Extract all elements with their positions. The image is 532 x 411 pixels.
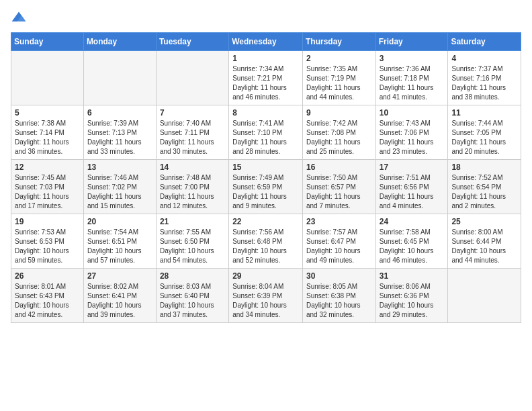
day-number: 18 bbox=[451, 163, 517, 172]
cell-content: Sunrise: 8:05 AM Sunset: 6:38 PM Dayligh… bbox=[306, 282, 372, 320]
cell-content: Sunrise: 7:56 AM Sunset: 6:48 PM Dayligh… bbox=[232, 228, 299, 265]
cell-content: Sunrise: 7:42 AM Sunset: 7:08 PM Dayligh… bbox=[306, 119, 372, 156]
cell-content: Sunrise: 7:41 AM Sunset: 7:10 PM Dayligh… bbox=[232, 119, 299, 156]
cell-content: Sunrise: 7:50 AM Sunset: 6:57 PM Dayligh… bbox=[306, 173, 372, 211]
cell-content: Sunrise: 7:39 AM Sunset: 7:13 PM Dayligh… bbox=[87, 119, 152, 156]
cell-content: Sunrise: 7:37 AM Sunset: 7:16 PM Dayligh… bbox=[451, 64, 517, 102]
calendar-cell: 31Sunrise: 8:06 AM Sunset: 6:36 PM Dayli… bbox=[375, 269, 448, 323]
cell-content: Sunrise: 8:04 AM Sunset: 6:39 PM Dayligh… bbox=[232, 282, 299, 320]
calendar-day-header: Saturday bbox=[448, 33, 521, 51]
cell-content: Sunrise: 7:52 AM Sunset: 6:54 PM Dayligh… bbox=[451, 173, 517, 211]
calendar-cell: 19Sunrise: 7:53 AM Sunset: 6:53 PM Dayli… bbox=[11, 214, 84, 269]
day-number: 5 bbox=[15, 108, 80, 118]
calendar-cell: 14Sunrise: 7:48 AM Sunset: 7:00 PM Dayli… bbox=[156, 160, 228, 214]
calendar-cell: 25Sunrise: 8:00 AM Sunset: 6:44 PM Dayli… bbox=[448, 214, 521, 269]
day-number: 17 bbox=[380, 163, 445, 172]
calendar-table: SundayMondayTuesdayWednesdayThursdayFrid… bbox=[11, 32, 521, 323]
calendar-cell: 26Sunrise: 8:01 AM Sunset: 6:43 PM Dayli… bbox=[11, 269, 84, 323]
calendar-cell: 17Sunrise: 7:51 AM Sunset: 6:56 PM Dayli… bbox=[375, 160, 448, 214]
calendar-cell: 12Sunrise: 7:45 AM Sunset: 7:03 PM Dayli… bbox=[11, 160, 84, 214]
cell-content: Sunrise: 7:51 AM Sunset: 6:56 PM Dayligh… bbox=[380, 173, 445, 211]
calendar-cell bbox=[156, 51, 228, 105]
calendar-day-header: Thursday bbox=[302, 33, 375, 51]
cell-content: Sunrise: 8:02 AM Sunset: 6:41 PM Dayligh… bbox=[87, 282, 152, 320]
calendar-cell: 28Sunrise: 8:03 AM Sunset: 6:40 PM Dayli… bbox=[156, 269, 228, 323]
cell-content: Sunrise: 7:44 AM Sunset: 7:05 PM Dayligh… bbox=[451, 119, 517, 156]
day-number: 21 bbox=[160, 217, 225, 226]
cell-content: Sunrise: 7:35 AM Sunset: 7:19 PM Dayligh… bbox=[306, 64, 372, 102]
calendar-week-row: 5Sunrise: 7:38 AM Sunset: 7:14 PM Daylig… bbox=[11, 105, 521, 160]
day-number: 16 bbox=[306, 163, 372, 172]
cell-content: Sunrise: 7:57 AM Sunset: 6:47 PM Dayligh… bbox=[306, 228, 372, 265]
day-number: 26 bbox=[15, 271, 80, 281]
calendar-cell: 21Sunrise: 7:55 AM Sunset: 6:50 PM Dayli… bbox=[156, 214, 228, 269]
calendar-cell: 16Sunrise: 7:50 AM Sunset: 6:57 PM Dayli… bbox=[302, 160, 375, 214]
day-number: 25 bbox=[451, 217, 517, 226]
logo bbox=[11, 11, 28, 24]
day-number: 2 bbox=[306, 54, 372, 63]
cell-content: Sunrise: 8:03 AM Sunset: 6:40 PM Dayligh… bbox=[160, 282, 225, 320]
cell-content: Sunrise: 7:49 AM Sunset: 6:59 PM Dayligh… bbox=[232, 173, 299, 211]
day-number: 28 bbox=[160, 271, 225, 281]
day-number: 13 bbox=[87, 163, 152, 172]
day-number: 22 bbox=[232, 217, 299, 226]
calendar-cell: 7Sunrise: 7:40 AM Sunset: 7:11 PM Daylig… bbox=[156, 105, 228, 160]
cell-content: Sunrise: 7:34 AM Sunset: 7:21 PM Dayligh… bbox=[232, 64, 299, 102]
calendar-week-row: 19Sunrise: 7:53 AM Sunset: 6:53 PM Dayli… bbox=[11, 214, 521, 269]
day-number: 31 bbox=[380, 271, 445, 281]
cell-content: Sunrise: 7:46 AM Sunset: 7:02 PM Dayligh… bbox=[87, 173, 152, 211]
calendar-week-row: 26Sunrise: 8:01 AM Sunset: 6:43 PM Dayli… bbox=[11, 269, 521, 323]
calendar-cell: 2Sunrise: 7:35 AM Sunset: 7:19 PM Daylig… bbox=[302, 51, 375, 105]
calendar-cell bbox=[83, 51, 156, 105]
cell-content: Sunrise: 7:53 AM Sunset: 6:53 PM Dayligh… bbox=[15, 228, 80, 265]
day-number: 7 bbox=[160, 108, 225, 118]
day-number: 10 bbox=[380, 108, 445, 118]
calendar-cell bbox=[448, 269, 521, 323]
calendar-cell: 1Sunrise: 7:34 AM Sunset: 7:21 PM Daylig… bbox=[229, 51, 303, 105]
day-number: 27 bbox=[87, 271, 152, 281]
calendar-cell: 20Sunrise: 7:54 AM Sunset: 6:51 PM Dayli… bbox=[83, 214, 156, 269]
day-number: 15 bbox=[232, 163, 299, 172]
calendar-day-header: Tuesday bbox=[156, 33, 228, 51]
day-number: 9 bbox=[306, 108, 372, 118]
calendar-header-row: SundayMondayTuesdayWednesdayThursdayFrid… bbox=[11, 33, 521, 51]
cell-content: Sunrise: 7:58 AM Sunset: 6:45 PM Dayligh… bbox=[380, 228, 445, 265]
calendar-cell: 11Sunrise: 7:44 AM Sunset: 7:05 PM Dayli… bbox=[448, 105, 521, 160]
calendar-cell: 3Sunrise: 7:36 AM Sunset: 7:18 PM Daylig… bbox=[375, 51, 448, 105]
cell-content: Sunrise: 7:38 AM Sunset: 7:14 PM Dayligh… bbox=[15, 119, 80, 156]
calendar-cell: 15Sunrise: 7:49 AM Sunset: 6:59 PM Dayli… bbox=[229, 160, 303, 214]
day-number: 19 bbox=[15, 217, 80, 226]
day-number: 30 bbox=[306, 271, 372, 281]
day-number: 8 bbox=[232, 108, 299, 118]
calendar-cell: 23Sunrise: 7:57 AM Sunset: 6:47 PM Dayli… bbox=[302, 214, 375, 269]
day-number: 4 bbox=[451, 54, 517, 63]
calendar-cell: 8Sunrise: 7:41 AM Sunset: 7:10 PM Daylig… bbox=[229, 105, 303, 160]
day-number: 24 bbox=[380, 217, 445, 226]
day-number: 23 bbox=[306, 217, 372, 226]
calendar-cell: 22Sunrise: 7:56 AM Sunset: 6:48 PM Dayli… bbox=[229, 214, 303, 269]
calendar-week-row: 1Sunrise: 7:34 AM Sunset: 7:21 PM Daylig… bbox=[11, 51, 521, 105]
page-header bbox=[11, 11, 521, 24]
day-number: 20 bbox=[87, 217, 152, 226]
calendar-cell: 30Sunrise: 8:05 AM Sunset: 6:38 PM Dayli… bbox=[302, 269, 375, 323]
calendar-cell: 9Sunrise: 7:42 AM Sunset: 7:08 PM Daylig… bbox=[302, 105, 375, 160]
calendar-day-header: Friday bbox=[375, 33, 448, 51]
calendar-cell: 13Sunrise: 7:46 AM Sunset: 7:02 PM Dayli… bbox=[83, 160, 156, 214]
day-number: 3 bbox=[380, 54, 445, 63]
cell-content: Sunrise: 7:43 AM Sunset: 7:06 PM Dayligh… bbox=[380, 119, 445, 156]
calendar-cell: 6Sunrise: 7:39 AM Sunset: 7:13 PM Daylig… bbox=[83, 105, 156, 160]
cell-content: Sunrise: 8:06 AM Sunset: 6:36 PM Dayligh… bbox=[380, 282, 445, 320]
calendar-cell: 4Sunrise: 7:37 AM Sunset: 7:16 PM Daylig… bbox=[448, 51, 521, 105]
cell-content: Sunrise: 8:01 AM Sunset: 6:43 PM Dayligh… bbox=[15, 282, 80, 320]
cell-content: Sunrise: 7:54 AM Sunset: 6:51 PM Dayligh… bbox=[87, 228, 152, 265]
cell-content: Sunrise: 7:48 AM Sunset: 7:00 PM Dayligh… bbox=[160, 173, 225, 211]
day-number: 6 bbox=[87, 108, 152, 118]
day-number: 29 bbox=[232, 271, 299, 281]
calendar-cell: 29Sunrise: 8:04 AM Sunset: 6:39 PM Dayli… bbox=[229, 269, 303, 323]
day-number: 14 bbox=[160, 163, 225, 172]
calendar-day-header: Wednesday bbox=[229, 33, 303, 51]
cell-content: Sunrise: 7:40 AM Sunset: 7:11 PM Dayligh… bbox=[160, 119, 225, 156]
cell-content: Sunrise: 8:00 AM Sunset: 6:44 PM Dayligh… bbox=[451, 228, 517, 265]
calendar-cell: 24Sunrise: 7:58 AM Sunset: 6:45 PM Dayli… bbox=[375, 214, 448, 269]
day-number: 12 bbox=[15, 163, 80, 172]
